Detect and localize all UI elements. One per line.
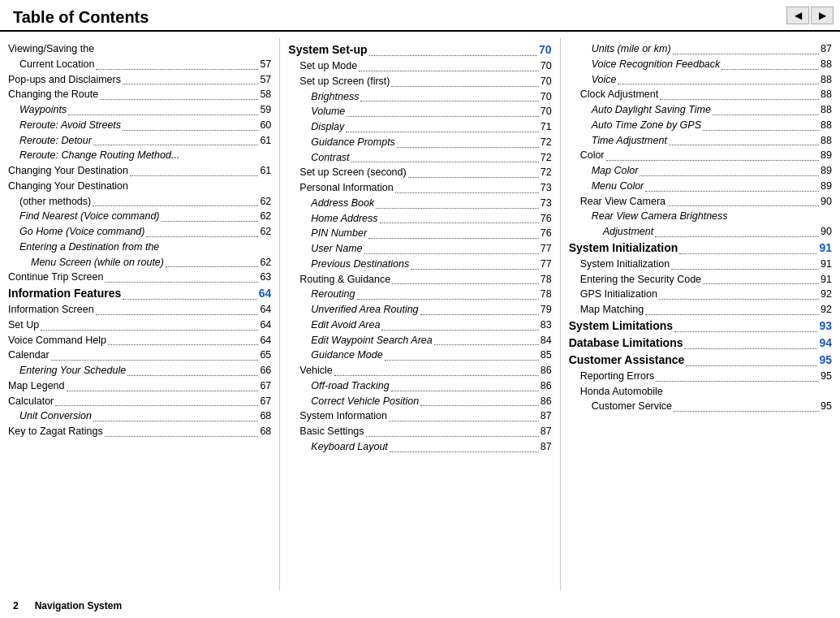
toc-entry-text: Set up Screen (first) bbox=[299, 74, 390, 89]
toc-page-num: 64 bbox=[259, 285, 272, 302]
toc-entry: Auto Daylight Saving Time88 bbox=[569, 102, 832, 118]
toc-page-num: 62 bbox=[260, 194, 271, 210]
toc-entry: Unverified Area Routing79 bbox=[288, 302, 551, 318]
toc-entry: Set up Screen (second)72 bbox=[288, 165, 551, 180]
toc-entry-text: Find Nearest (Voice command) bbox=[19, 209, 160, 224]
toc-page-num: 64 bbox=[260, 318, 271, 333]
toc-page-num: 87 bbox=[541, 424, 552, 439]
toc-entry-text: System Information bbox=[299, 408, 387, 424]
toc-entry: Keyboard Layout87 bbox=[288, 439, 551, 455]
toc-entry-text: Reroute: Detour bbox=[19, 133, 92, 149]
toc-entry-text: System Set-up bbox=[288, 41, 367, 58]
toc-page-num: 87 bbox=[541, 439, 552, 455]
toc-entry: Brightness70 bbox=[288, 89, 551, 105]
toc-entry-text: (other methods) bbox=[19, 194, 91, 210]
toc-entry-text: Routing & Guidance bbox=[299, 272, 390, 287]
toc-entry-text: Guidance Mode bbox=[311, 348, 382, 363]
toc-entry-text: Entering Your Schedule bbox=[19, 363, 126, 378]
toc-dots bbox=[347, 116, 539, 117]
toc-page-num: 76 bbox=[541, 211, 552, 227]
toc-entry: System Information87 bbox=[288, 408, 551, 424]
toc-dots bbox=[351, 162, 539, 162]
toc-dots bbox=[411, 269, 539, 270]
toc-page-num: 85 bbox=[541, 348, 552, 363]
toc-dots bbox=[674, 331, 817, 332]
toc-dots bbox=[686, 365, 817, 366]
toc-page-num: 61 bbox=[260, 163, 271, 179]
toc-dots bbox=[105, 436, 259, 437]
toc-entry: Changing Your Destination61 bbox=[8, 163, 271, 179]
toc-entry-text: Entering the Security Code bbox=[580, 272, 701, 287]
column-2: System Set-up70Set up Mode70Set up Scree… bbox=[280, 38, 560, 591]
toc-dots bbox=[357, 299, 539, 300]
toc-dots bbox=[420, 314, 539, 315]
toc-entry: Database Limitations94 bbox=[569, 335, 832, 352]
toc-entry-text: Go Home (Voice command) bbox=[19, 224, 144, 240]
toc-entry: Auto Time Zone by GPS88 bbox=[569, 118, 832, 133]
toc-page-num: 86 bbox=[541, 378, 552, 394]
toc-dots bbox=[123, 299, 257, 300]
toc-entry-text: Adjustment bbox=[603, 224, 654, 240]
toc-entry-text: GPS Initialization bbox=[580, 287, 657, 302]
toc-entry: Map Color89 bbox=[569, 163, 832, 179]
toc-dots bbox=[369, 55, 538, 56]
toc-entry: PIN Number76 bbox=[288, 226, 551, 241]
next-arrow[interactable]: ▶ bbox=[811, 6, 834, 24]
toc-page-num: 70 bbox=[541, 89, 552, 105]
toc-page-num: 83 bbox=[541, 318, 552, 333]
toc-page-num: 70 bbox=[541, 104, 552, 119]
toc-entry: Menu Color89 bbox=[569, 179, 832, 194]
toc-page-num: 95 bbox=[821, 399, 832, 414]
toc-entry-text: Key to Zagat Ratings bbox=[8, 424, 103, 439]
toc-entry: Customer Service95 bbox=[569, 399, 832, 414]
toc-entry-text: Map Matching bbox=[580, 302, 644, 318]
toc-dots bbox=[679, 253, 817, 254]
toc-entry-text: Information Features bbox=[8, 285, 121, 302]
toc-page-num: 61 bbox=[260, 133, 271, 149]
toc-dots bbox=[93, 145, 258, 145]
toc-page-num: 86 bbox=[541, 394, 552, 409]
toc-entry: Information Screen64 bbox=[8, 302, 271, 318]
toc-page-num: 84 bbox=[541, 333, 552, 348]
toc-entry: Vehicle86 bbox=[288, 363, 551, 378]
toc-dots bbox=[606, 160, 820, 161]
toc-entry: Voice Command Help64 bbox=[8, 333, 271, 348]
toc-entry: Entering the Security Code91 bbox=[569, 272, 832, 287]
toc-entry: Map Matching92 bbox=[569, 302, 832, 318]
toc-entry: Edit Waypoint Search Area84 bbox=[288, 333, 551, 348]
toc-entry: Previous Destinations77 bbox=[288, 257, 551, 272]
toc-entry: Clock Adjustment88 bbox=[569, 87, 832, 102]
toc-entry-text: Vehicle bbox=[299, 363, 332, 378]
toc-entry-text: Volume bbox=[311, 104, 345, 119]
toc-entry: (other methods)62 bbox=[8, 194, 271, 210]
toc-entry: Calculator67 bbox=[8, 394, 271, 409]
toc-page-num: 72 bbox=[541, 165, 552, 180]
toc-entry: Honda Automobile bbox=[569, 384, 832, 400]
toc-page-num: 88 bbox=[821, 102, 832, 118]
content-area: Viewing/Saving theCurrent Location57Pop-… bbox=[0, 38, 840, 591]
toc-page-num: 58 bbox=[260, 87, 271, 102]
toc-dots bbox=[123, 130, 258, 131]
toc-dots bbox=[659, 299, 819, 300]
toc-entry-text: User Name bbox=[311, 241, 362, 257]
toc-dots bbox=[656, 381, 819, 382]
toc-entry-text: Information Screen bbox=[8, 302, 94, 318]
toc-page-num: 91 bbox=[819, 240, 832, 257]
footer-page: 2 bbox=[13, 600, 19, 612]
toc-entry-text: Database Limitations bbox=[569, 335, 683, 352]
toc-entry: Voice88 bbox=[569, 72, 832, 88]
toc-dots bbox=[51, 360, 259, 361]
toc-dots bbox=[618, 84, 819, 84]
prev-arrow[interactable]: ◀ bbox=[786, 6, 809, 24]
toc-page-num: 65 bbox=[260, 348, 271, 363]
toc-entry-text: Menu Screen (while on route) bbox=[31, 255, 164, 270]
toc-entry: Display71 bbox=[288, 119, 551, 135]
toc-dots bbox=[123, 84, 258, 84]
toc-dots bbox=[703, 130, 819, 131]
toc-page-num: 88 bbox=[821, 133, 832, 149]
toc-dots bbox=[674, 411, 819, 412]
toc-page-num: 77 bbox=[541, 241, 552, 257]
toc-entry: Reroute: Detour61 bbox=[8, 133, 271, 149]
toc-entry-text: Map Legend bbox=[8, 378, 65, 394]
toc-page-num: 88 bbox=[821, 87, 832, 102]
